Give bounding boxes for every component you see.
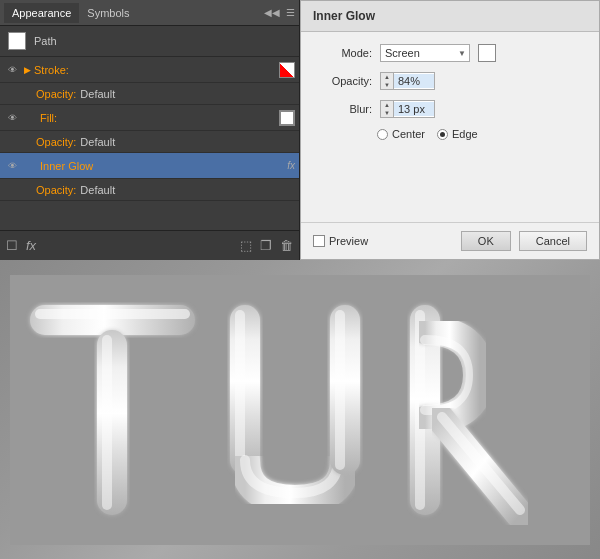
new-layer-icon[interactable]: ☐ (6, 238, 18, 253)
glow-color-swatch[interactable] (478, 44, 496, 62)
svg-rect-4 (102, 335, 112, 510)
stroke-opacity-label: Opacity: (36, 88, 76, 100)
fill-label: Fill: (40, 112, 279, 124)
appearance-panel: Appearance Symbols ◀◀ ☰ Path 👁 ▶ Stroke:… (0, 0, 300, 260)
blur-down-arrow[interactable]: ▼ (381, 109, 393, 117)
tab-appearance[interactable]: Appearance (4, 3, 79, 23)
panel-tabs: Appearance Symbols ◀◀ ☰ (0, 0, 299, 26)
fill-swatch[interactable] (279, 110, 295, 126)
path-color-swatch (8, 32, 26, 50)
stroke-opacity-value: Default (80, 88, 115, 100)
preview-label: Preview (329, 235, 368, 247)
collapse-icon[interactable]: ◀◀ (264, 7, 280, 18)
blur-label: Blur: (317, 103, 372, 115)
blur-row: Blur: ▲ ▼ 13 px (317, 100, 583, 118)
center-label: Center (392, 128, 425, 140)
panel-footer: ☐ fx ⬚ ❐ 🗑 (0, 230, 299, 260)
svg-rect-2 (35, 309, 190, 319)
opacity-arrows: ▲ ▼ (381, 73, 394, 89)
inner-glow-eye-icon[interactable]: 👁 (4, 158, 20, 174)
dialog-footer: Preview OK Cancel (301, 222, 599, 259)
cancel-button[interactable]: Cancel (519, 231, 587, 251)
blur-arrows: ▲ ▼ (381, 101, 394, 117)
inner-glow-dialog: Inner Glow Mode: Screen Normal Multiply … (300, 0, 600, 260)
radio-group: Center Edge (317, 128, 583, 140)
panel-menu-icon[interactable]: ☰ (286, 7, 295, 18)
stroke-label: Stroke: (34, 64, 279, 76)
fill-opacity-label: Opacity: (36, 136, 76, 148)
edge-option[interactable]: Edge (437, 128, 478, 140)
fill-opacity-value: Default (80, 136, 115, 148)
mode-select[interactable]: Screen Normal Multiply Overlay (380, 44, 470, 62)
stroke-swatch[interactable] (279, 62, 295, 78)
mode-row: Mode: Screen Normal Multiply Overlay (317, 44, 583, 62)
panel-path-title: Path (34, 35, 57, 47)
center-radio[interactable] (377, 129, 388, 140)
dialog-body: Mode: Screen Normal Multiply Overlay Opa… (301, 32, 599, 222)
panel-rows: 👁 ▶ Stroke: Opacity: Default 👁 Fill: Opa… (0, 57, 299, 230)
inner-glow-opacity-label: Opacity: (36, 184, 76, 196)
ok-button[interactable]: OK (461, 231, 511, 251)
fx-icon[interactable]: fx (26, 238, 36, 253)
preview-checkbox[interactable]: Preview (313, 235, 368, 247)
stroke-opacity-row: Opacity: Default (0, 83, 299, 105)
mode-label: Mode: (317, 47, 372, 59)
copy-icon[interactable]: ⬚ (240, 238, 252, 253)
inner-glow-opacity-value: Default (80, 184, 115, 196)
stroke-eye-icon[interactable]: 👁 (4, 62, 20, 78)
panel-title-row: Path (0, 26, 299, 57)
tab-symbols[interactable]: Symbols (79, 3, 137, 23)
blur-value[interactable]: 13 px (394, 102, 434, 116)
stroke-arrow-icon: ▶ (24, 65, 31, 75)
inner-glow-label: Inner Glow (40, 160, 283, 172)
mode-select-wrapper: Screen Normal Multiply Overlay (380, 44, 470, 62)
canvas-svg (10, 275, 590, 545)
stroke-row: 👁 ▶ Stroke: (0, 57, 299, 83)
blur-spinner: ▲ ▼ 13 px (380, 100, 435, 118)
blur-up-arrow[interactable]: ▲ (381, 101, 393, 109)
edge-radio[interactable] (437, 129, 448, 140)
fx-badge: fx (287, 160, 295, 171)
opacity-spinner: ▲ ▼ 84% (380, 72, 435, 90)
panel-collapse-icons: ◀◀ ☰ (264, 7, 295, 18)
fill-row: 👁 Fill: (0, 105, 299, 131)
opacity-label: Opacity: (317, 75, 372, 87)
center-option[interactable]: Center (377, 128, 425, 140)
preview-checkbox-box[interactable] (313, 235, 325, 247)
opacity-up-arrow[interactable]: ▲ (381, 73, 393, 81)
delete-icon[interactable]: 🗑 (280, 238, 293, 253)
fill-opacity-row: Opacity: Default (0, 131, 299, 153)
canvas-area (0, 260, 600, 559)
opacity-row: Opacity: ▲ ▼ 84% (317, 72, 583, 90)
edge-label: Edge (452, 128, 478, 140)
dialog-title: Inner Glow (301, 1, 599, 32)
opacity-down-arrow[interactable]: ▼ (381, 81, 393, 89)
svg-rect-8 (335, 310, 345, 470)
duplicate-icon[interactable]: ❐ (260, 238, 272, 253)
inner-glow-row[interactable]: 👁 Inner Glow fx (0, 153, 299, 179)
fill-eye-icon[interactable]: 👁 (4, 110, 20, 126)
opacity-value[interactable]: 84% (394, 74, 434, 88)
inner-glow-opacity-row: Opacity: Default (0, 179, 299, 201)
